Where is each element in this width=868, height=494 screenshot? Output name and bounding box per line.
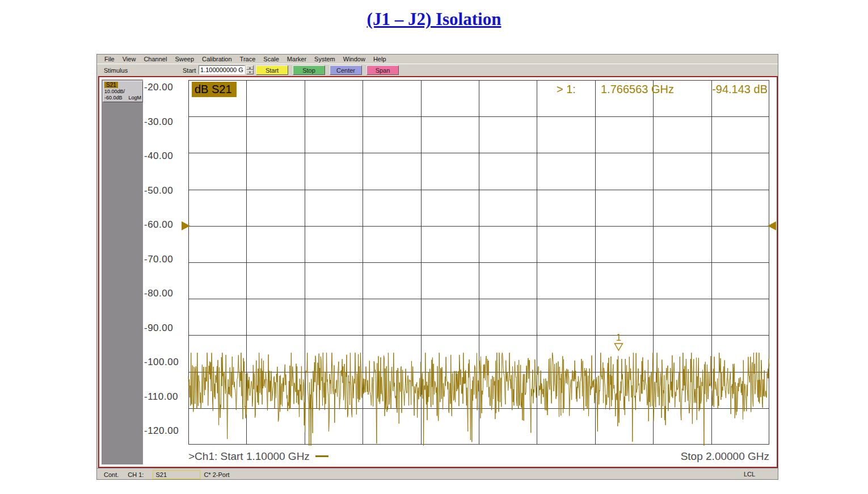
trace-status-measurement: S21 xyxy=(104,82,118,88)
status-s21: S21 xyxy=(153,470,200,479)
measurement-display: S21 10.00dB/ -60.0dB LogM -20.00-30.00-4… xyxy=(98,76,778,468)
status-bar: Cont.CH 1:S21C* 2-PortLCL xyxy=(97,468,778,480)
y-axis-tick-label: -40.00 xyxy=(144,151,173,161)
center-button[interactable]: Center xyxy=(330,65,362,75)
page-title: (J1 – J2) Isolation xyxy=(0,9,868,30)
marker-number-label: 1 xyxy=(616,332,621,343)
status-ch-1: CH 1: xyxy=(128,471,144,478)
page: (J1 – J2) Isolation FileViewChannelSweep… xyxy=(0,0,868,494)
stepper-up-icon[interactable]: ▲ xyxy=(246,65,254,70)
trace-status-format: LogM xyxy=(128,95,141,101)
start-frequency-input[interactable] xyxy=(199,65,245,74)
y-axis-tick-label: -120.00 xyxy=(144,426,179,436)
toolbar-mode-label[interactable]: Stimulus xyxy=(104,67,128,74)
menu-sweep[interactable]: Sweep xyxy=(171,56,198,62)
channel-start-label: >Ch1: Start 1.10000 GHz xyxy=(188,450,328,463)
menu-file[interactable]: File xyxy=(100,56,119,62)
menu-view[interactable]: View xyxy=(119,56,140,62)
menu-marker[interactable]: Marker xyxy=(283,56,310,62)
marker-triangle-icon[interactable] xyxy=(614,344,622,350)
marker-readout-value: -94.143 dB xyxy=(712,83,768,96)
plot-canvas: 1 xyxy=(188,80,769,445)
start-frequency-stepper: ▲ ▼ xyxy=(246,65,254,74)
y-axis-tick-label: -30.00 xyxy=(144,117,173,127)
y-axis-tick-label: -20.00 xyxy=(144,82,173,92)
trace-status-scale: 10.00dB/ xyxy=(104,89,141,95)
stimulus-buttons: StartStopCenterSpan xyxy=(256,65,399,75)
measurement-display-inner: S21 10.00dB/ -60.0dB LogM -20.00-30.00-4… xyxy=(99,77,777,467)
trace-sidebar: S21 10.00dB/ -60.0dB LogM xyxy=(102,79,143,464)
marker-readout-frequency: 1.766563 GHz xyxy=(601,83,674,96)
start-field-label: Start xyxy=(183,67,196,74)
menu-scale[interactable]: Scale xyxy=(259,56,283,62)
y-axis-tick-label: -70.00 xyxy=(144,254,173,264)
span-button[interactable]: Span xyxy=(366,65,399,75)
marker-1[interactable]: 1 xyxy=(614,332,622,350)
stop-button[interactable]: Stop xyxy=(293,65,325,75)
menu-system[interactable]: System xyxy=(310,56,339,62)
menu-help[interactable]: Help xyxy=(369,56,390,62)
marker-readout-id: > 1: xyxy=(557,83,576,96)
y-axis-tick-label: -100.00 xyxy=(144,357,179,367)
status-cont: Cont. xyxy=(104,471,119,478)
y-axis-tick-label: -90.00 xyxy=(144,323,173,333)
y-axis-tick-label: -60.00 xyxy=(144,220,173,229)
status-c-2-port: C* 2-Port xyxy=(204,471,229,478)
menu-window[interactable]: Window xyxy=(339,56,369,62)
stepper-down-icon[interactable]: ▼ xyxy=(246,70,254,74)
vna-application-window: FileViewChannelSweepCalibrationTraceScal… xyxy=(96,54,778,480)
y-axis-tick-label: -110.00 xyxy=(144,392,178,401)
menu-trace[interactable]: Trace xyxy=(236,56,260,62)
menu-bar: FileViewChannelSweepCalibrationTraceScal… xyxy=(97,55,778,64)
trace-color-swatch xyxy=(315,455,328,457)
y-axis-tick-label: -80.00 xyxy=(144,288,173,298)
stimulus-toolbar: Stimulus Start ▲ ▼ StartStopCenterSpan xyxy=(97,64,778,76)
trace-status-reference: -60.0dB xyxy=(104,95,123,101)
channel-stop-label: Stop 2.00000 GHz xyxy=(681,450,769,463)
plot-graticule: 1 xyxy=(188,80,769,445)
menu-calibration[interactable]: Calibration xyxy=(198,56,236,62)
trace-format-label[interactable]: dB S21 xyxy=(192,82,237,97)
start-button[interactable]: Start xyxy=(256,65,288,75)
trace-status-box[interactable]: S21 10.00dB/ -60.0dB LogM xyxy=(103,81,143,102)
y-axis-tick-label: -50.00 xyxy=(144,186,173,195)
menu-channel[interactable]: Channel xyxy=(140,56,171,62)
status-lcl: LCL xyxy=(744,471,755,478)
